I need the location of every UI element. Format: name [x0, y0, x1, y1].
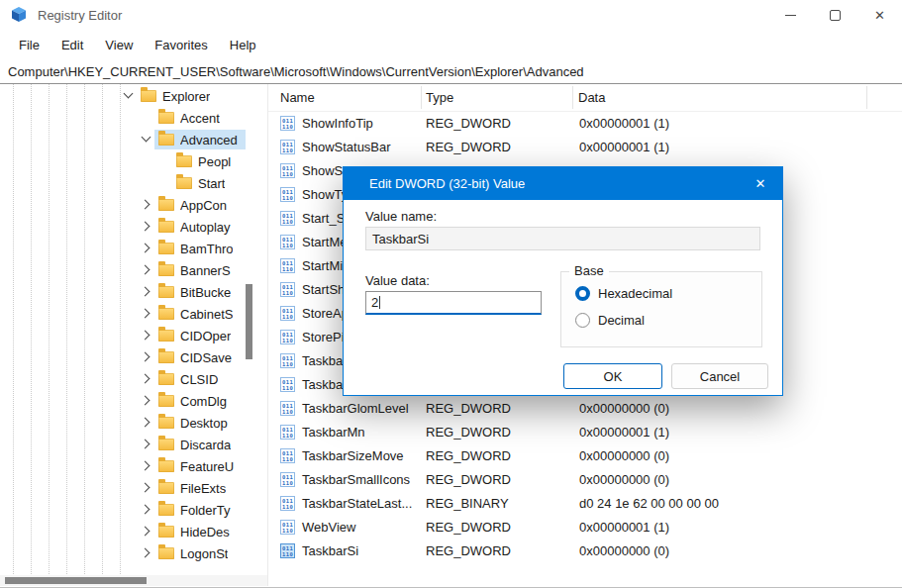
tree-item-content[interactable]: BannerS [154, 260, 246, 280]
tree-item-fileexts[interactable]: FileExts [139, 477, 246, 499]
ok-button[interactable]: OK [563, 363, 662, 389]
registry-value-row[interactable]: TaskbarSizeMoveREG_DWORD0x00000000 (0) [268, 443, 902, 467]
column-separator[interactable] [421, 86, 422, 109]
chevron-right-icon[interactable] [139, 303, 154, 325]
tree-item-cabinets[interactable]: CabinetS [139, 303, 246, 325]
chevron-right-icon[interactable] [139, 521, 154, 542]
dialog-close-button[interactable]: ✕ [739, 167, 782, 200]
tree-item-content[interactable]: Desktop [154, 413, 246, 433]
tree-item-comdlg[interactable]: ComDlg [139, 390, 246, 412]
chevron-right-icon[interactable] [139, 368, 154, 390]
menu-edit[interactable]: Edit [50, 38, 94, 52]
tree-item-content[interactable]: FeatureU [154, 456, 246, 476]
chevron-right-icon[interactable] [139, 499, 154, 521]
value-name-cell[interactable]: TaskbarSi [280, 539, 421, 562]
tree-item-advanced[interactable]: Advanced [139, 129, 246, 150]
chevron-right-icon[interactable] [139, 455, 154, 477]
radio-decimal[interactable]: Decimal [575, 313, 645, 328]
chevron-right-icon[interactable] [139, 238, 154, 259]
chevron-right-icon[interactable] [139, 412, 154, 434]
column-separator[interactable] [572, 86, 573, 109]
tree-item-start[interactable]: Start [156, 172, 246, 194]
tree-item-content[interactable]: FolderTy [154, 500, 246, 520]
value-name-cell[interactable]: TaskbarSizeMove [280, 443, 421, 467]
tree-item-content[interactable]: CIDOper [154, 326, 246, 345]
tree-item-content[interactable]: FileExts [154, 478, 246, 498]
tree-item-logonst[interactable]: LogonSt [139, 542, 246, 564]
tree-item-appcon[interactable]: AppCon [139, 194, 246, 216]
tree-item-content[interactable]: Explorer [137, 86, 246, 106]
chevron-down-icon[interactable] [139, 129, 154, 150]
tree-item-hidedes[interactable]: HideDes [139, 521, 246, 542]
registry-value-row[interactable]: TaskbarSiREG_DWORD0x00000000 (0) [268, 539, 902, 562]
tree-item-explorer[interactable]: Explorer [121, 85, 246, 107]
menu-favorites[interactable]: Favorites [144, 38, 218, 52]
column-header-data[interactable]: Data [578, 84, 605, 111]
value-data-field[interactable]: 2 [365, 291, 542, 315]
value-name-field[interactable]: TaskbarSi [365, 227, 760, 250]
registry-value-row[interactable]: TaskbarMnREG_DWORD0x00000001 (1) [268, 420, 902, 443]
chevron-right-icon[interactable] [139, 434, 154, 455]
chevron-down-icon[interactable] [121, 85, 137, 107]
tree-item-content[interactable]: CabinetS [154, 304, 246, 324]
tree-horizontal-scrollbar[interactable] [0, 575, 267, 586]
tree-item-content[interactable]: Start [172, 173, 246, 193]
tree-item-content[interactable]: ComDlg [154, 391, 246, 411]
chevron-right-icon[interactable] [139, 542, 154, 564]
chevron-right-icon[interactable] [139, 259, 154, 281]
tree-item-cidsave[interactable]: CIDSave [139, 346, 246, 368]
column-header-type[interactable]: Type [426, 84, 453, 111]
tree-item-content[interactable]: Advanced [154, 130, 246, 149]
chevron-right-icon[interactable] [139, 346, 154, 368]
chevron-right-icon[interactable] [139, 194, 154, 216]
value-name-cell[interactable]: TaskbarGlomLevel [280, 396, 421, 420]
close-button[interactable]: ✕ [857, 0, 902, 30]
tree-item-content[interactable]: CLSID [154, 369, 246, 389]
address-bar[interactable]: Computer\HKEY_CURRENT_USER\Software\Micr… [0, 59, 902, 84]
tree-item-bitbucke[interactable]: BitBucke [139, 281, 246, 303]
chevron-right-icon[interactable] [139, 477, 154, 499]
registry-value-row[interactable]: WebViewREG_DWORD0x00000001 (1) [268, 515, 902, 539]
tree-item-cidoper[interactable]: CIDOper [139, 325, 246, 346]
tree-item-folderty[interactable]: FolderTy [139, 499, 246, 521]
value-name-cell[interactable]: TaskbarStateLast... [280, 491, 421, 515]
tree-item-content[interactable]: Autoplay [154, 217, 246, 237]
tree-horizontal-scrollbar-thumb[interactable] [5, 577, 147, 584]
tree-item-autoplay[interactable]: Autoplay [139, 216, 246, 238]
tree-item-content[interactable]: BamThro [154, 239, 246, 258]
tree-item-content[interactable]: HideDes [154, 522, 246, 541]
registry-value-row[interactable]: ShowStatusBarREG_DWORD0x00000001 (1) [268, 135, 902, 158]
value-name-cell[interactable]: TaskbarMn [280, 420, 421, 443]
registry-value-row[interactable]: ShowInfoTipREG_DWORD0x00000001 (1) [268, 111, 902, 135]
tree-item-content[interactable]: LogonSt [154, 543, 246, 563]
registry-value-row[interactable]: TaskbarSmallIconsREG_DWORD0x00000000 (0) [268, 467, 902, 491]
value-name-cell[interactable]: ShowInfoTip [280, 111, 421, 135]
chevron-right-icon[interactable] [139, 390, 154, 412]
dialog-titlebar[interactable]: Edit DWORD (32-bit) Value ✕ [344, 167, 782, 200]
tree-item-featureu[interactable]: FeatureU [139, 455, 246, 477]
tree-item-content[interactable]: Peopl [172, 151, 246, 171]
tree-item-bamthro[interactable]: BamThro [139, 238, 246, 259]
tree-item-desktop[interactable]: Desktop [139, 412, 246, 434]
tree-item-content[interactable]: AppCon [154, 195, 246, 215]
maximize-button[interactable] [813, 0, 857, 30]
tree-item-content[interactable]: CIDSave [154, 347, 246, 367]
cancel-button[interactable]: Cancel [671, 363, 768, 389]
value-name-cell[interactable]: ShowStatusBar [280, 135, 421, 158]
menu-help[interactable]: Help [219, 38, 267, 52]
tree-item-clsid[interactable]: CLSID [139, 368, 246, 390]
column-separator[interactable] [866, 86, 867, 109]
menu-view[interactable]: View [94, 38, 144, 52]
tree-item-content[interactable]: BitBucke [154, 282, 246, 302]
value-name-cell[interactable]: WebView [280, 515, 421, 539]
chevron-right-icon[interactable] [139, 325, 154, 346]
tree-vertical-scrollbar-thumb[interactable] [246, 284, 252, 359]
chevron-right-icon[interactable] [139, 216, 154, 238]
tree-item-content[interactable]: Accent [154, 108, 246, 128]
tree-item-peopl[interactable]: Peopl [156, 150, 246, 172]
menu-file[interactable]: File [8, 38, 50, 52]
chevron-right-icon[interactable] [139, 281, 154, 303]
column-header-name[interactable]: Name [280, 84, 315, 111]
value-name-cell[interactable]: TaskbarSmallIcons [280, 467, 421, 491]
tree-item-banners[interactable]: BannerS [139, 259, 246, 281]
